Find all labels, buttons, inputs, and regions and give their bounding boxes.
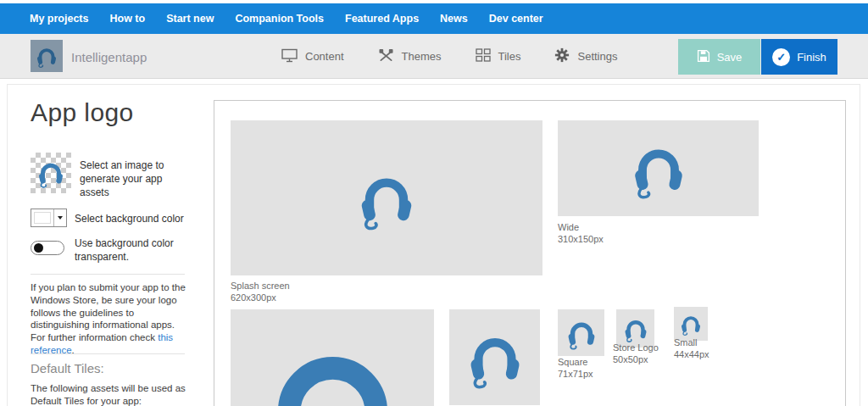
top-navigation: My projects How to Start new Companion T… [0, 3, 868, 34]
select-image-text: Select an image to generate your app ass… [80, 159, 188, 199]
small-size: 44x44px [674, 348, 709, 360]
splash-screen-preview [231, 120, 542, 275]
finish-label: Finish [797, 51, 826, 64]
background-color-picker[interactable] [31, 209, 67, 227]
tab-tiles-label: Tiles [498, 50, 521, 63]
toggle-knob [34, 243, 43, 253]
store-logo-size: 50x50px [613, 353, 648, 365]
nav-companion-tools[interactable]: Companion Tools [235, 13, 324, 25]
tab-content-label: Content [305, 50, 344, 63]
gear-icon [554, 47, 570, 65]
store-logo-label: Store Logo [613, 342, 659, 353]
tab-themes-label: Themes [402, 50, 442, 63]
nav-featured-apps[interactable]: Featured Apps [345, 13, 419, 25]
tab-content[interactable]: Content [281, 48, 344, 65]
nav-dev-center[interactable]: Dev center [489, 13, 543, 25]
store-guidelines-note: If you plan to submit your app to the Wi… [31, 281, 189, 357]
divider [31, 274, 185, 275]
select-bg-color-text: Select background color [75, 212, 184, 225]
wide-label: Wide [558, 221, 579, 233]
check-icon: ✓ [772, 48, 790, 66]
headphones-icon [353, 164, 420, 232]
headphones-icon [34, 43, 59, 69]
transparent-text: Use background color transparent. [75, 236, 202, 264]
headphones-icon [564, 315, 599, 351]
content-icon [281, 48, 298, 65]
medium-tile-preview [449, 309, 540, 405]
nav-start-new[interactable]: Start new [166, 13, 214, 25]
save-floppy-icon [697, 49, 710, 65]
wide-size: 310x150px [558, 233, 604, 245]
headphones-icon [246, 321, 420, 406]
color-swatch [34, 212, 51, 224]
app-icon [31, 40, 63, 72]
small-label: Small [674, 336, 698, 348]
nav-my-projects[interactable]: My projects [30, 13, 88, 25]
wide-tile-preview [558, 120, 759, 216]
app-window: My projects How to Start new Companion T… [0, 0, 868, 406]
app-name: Intelligentapp [71, 50, 147, 64]
default-tiles-text: The following assets will be used as Def… [31, 382, 193, 406]
square-label: Square [558, 356, 587, 368]
default-tiles-title: Default Tiles: [31, 361, 104, 375]
save-label: Save [717, 51, 743, 64]
small-tile-preview [674, 307, 708, 341]
finish-button[interactable]: ✓ Finish [761, 39, 837, 75]
headphones-icon [462, 325, 528, 391]
splash-size: 620x300px [231, 292, 276, 303]
nav-news[interactable]: News [440, 13, 468, 25]
tiles-icon [476, 48, 491, 64]
tab-settings[interactable]: Settings [554, 47, 617, 65]
nav-how-to[interactable]: How to [109, 13, 145, 25]
toolbar-tabs: Content Themes Tiles [281, 34, 617, 79]
themes-icon [378, 48, 394, 65]
square-size: 71x71px [558, 368, 593, 380]
tab-settings-label: Settings [577, 50, 617, 63]
divider [31, 353, 185, 354]
image-select-thumbnail[interactable] [31, 153, 71, 193]
save-button[interactable]: Save [678, 39, 760, 75]
square-tile-preview [558, 309, 604, 356]
headphones-icon [35, 157, 67, 189]
large-tile-preview [231, 309, 434, 406]
dropdown-arrow-icon [53, 209, 66, 226]
headphones-icon [678, 311, 704, 336]
headphones-icon [621, 314, 650, 343]
page-title: App logo [31, 98, 134, 127]
splash-label: Splash screen [231, 280, 290, 292]
headphones-icon [626, 136, 691, 201]
transparent-toggle[interactable] [31, 241, 64, 255]
tab-tiles[interactable]: Tiles [476, 48, 521, 64]
tab-themes[interactable]: Themes [378, 48, 442, 65]
